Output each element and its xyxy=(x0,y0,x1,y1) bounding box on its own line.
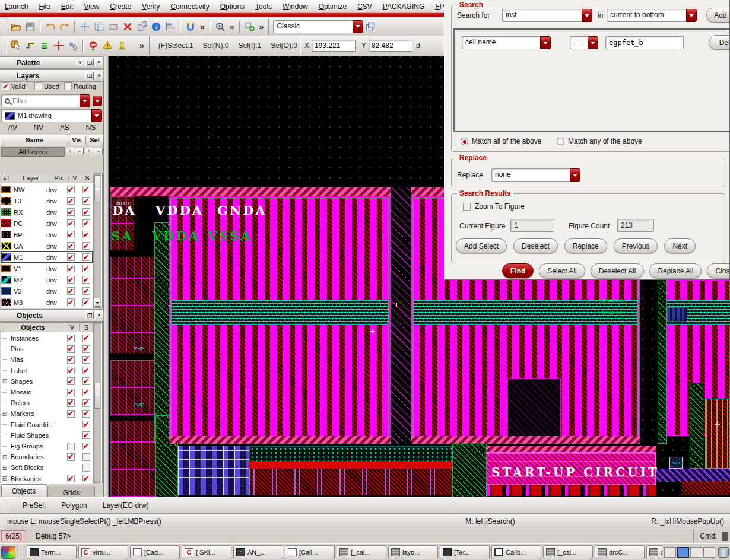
toolbar-overflow-chevron[interactable]: » xyxy=(198,22,207,31)
stretch-icon[interactable] xyxy=(106,20,120,34)
chevron-down-icon[interactable] xyxy=(540,36,551,49)
layer-row-v2[interactable]: V2drw✔✔ xyxy=(1,285,93,297)
scroll-down-icon[interactable]: ▼ xyxy=(94,298,100,307)
ns-button[interactable]: NS xyxy=(86,123,96,132)
replace-all-button[interactable]: Replace All xyxy=(649,263,702,278)
menu-launch[interactable]: Launch xyxy=(5,2,28,11)
add-select-button[interactable]: Add Select xyxy=(456,238,507,253)
object-v-checkbox[interactable]: ✔ xyxy=(67,335,75,342)
object-v-checkbox[interactable]: ✔ xyxy=(67,377,75,385)
layer-s-checkbox[interactable]: ✔ xyxy=(82,197,90,205)
object-s-checkbox[interactable]: ✔ xyxy=(82,367,90,374)
properties-icon[interactable]: i xyxy=(149,20,163,34)
current-figure-field[interactable] xyxy=(510,219,554,232)
pager-active-icon[interactable] xyxy=(677,547,689,558)
close-icon[interactable]: × xyxy=(95,311,103,319)
object-v-checkbox[interactable]: ✔ xyxy=(67,345,75,353)
as-button[interactable]: AS xyxy=(60,123,69,132)
menu-window[interactable]: Window xyxy=(283,2,308,11)
replace-combo[interactable]: none xyxy=(491,168,580,182)
deselect-button[interactable]: Deselect xyxy=(513,238,558,253)
nv-button[interactable]: NV xyxy=(34,123,44,132)
save-icon[interactable] xyxy=(23,20,37,34)
tab-objects[interactable]: Objects xyxy=(1,484,46,497)
chevron-down-icon[interactable] xyxy=(353,20,363,33)
layer-row-m1[interactable]: M1drw✔✔ xyxy=(1,252,93,263)
object-v-checkbox[interactable]: ✔ xyxy=(67,389,75,396)
object-s-checkbox[interactable]: ✔ xyxy=(82,475,90,482)
expand-icon[interactable]: ⊞ xyxy=(1,411,8,417)
taskbar-ski[interactable]: C[ SKI... xyxy=(182,545,231,559)
layer-v-checkbox[interactable]: ✔ xyxy=(67,186,75,193)
object-v-checkbox[interactable]: ✔ xyxy=(67,399,75,407)
menu-view[interactable]: View xyxy=(84,2,99,11)
float-icon[interactable]: ◫ xyxy=(85,72,94,79)
close-icon[interactable]: × xyxy=(95,59,103,66)
layer-s-checkbox[interactable]: ✔ xyxy=(82,276,90,284)
layers-window-icon[interactable] xyxy=(363,20,377,34)
object-row-rulers[interactable]: ┈Rulers✔✔ xyxy=(1,397,93,408)
match-any-radio[interactable]: Match any of the above xyxy=(557,137,642,145)
copy-icon[interactable] xyxy=(92,20,106,34)
toolbar-overflow-chevron[interactable]: » xyxy=(227,22,237,31)
layer-v-checkbox[interactable]: ✔ xyxy=(67,253,75,261)
object-v-checkbox[interactable]: ✔ xyxy=(67,453,75,461)
toolbar-overflow-chevron[interactable]: » xyxy=(257,22,266,31)
taskbar-layo[interactable]: layo... xyxy=(388,545,438,559)
close-icon[interactable]: × xyxy=(95,72,103,79)
cursor-select-icon[interactable] xyxy=(9,39,23,53)
delete-icon[interactable] xyxy=(120,20,135,34)
zoom-icon[interactable] xyxy=(213,20,227,34)
object-s-checkbox[interactable]: ✔ xyxy=(82,443,90,450)
taskbar-cali[interactable]: [Cali... xyxy=(285,545,335,559)
object-v-checkbox[interactable]: ✔ xyxy=(67,367,75,374)
chevron-down-icon[interactable] xyxy=(80,94,90,107)
layer-v-checkbox[interactable]: ✔ xyxy=(67,298,75,306)
layer-v-checkbox[interactable]: ✔ xyxy=(67,276,75,284)
pager-1-icon[interactable] xyxy=(664,547,676,558)
warning-icon[interactable]: ! xyxy=(100,39,115,53)
menu-connectivity[interactable]: Connectivity xyxy=(170,2,209,11)
layer-s-checkbox[interactable]: ✔ xyxy=(82,298,90,306)
taskbar-cal[interactable]: [_cal... xyxy=(543,545,593,559)
chevron-down-icon[interactable] xyxy=(582,9,592,22)
layer-row-m3[interactable]: M3drw✔✔ xyxy=(1,297,93,308)
layer-s-checkbox[interactable]: ✔ xyxy=(82,242,90,250)
search-for-combo[interactable]: inst xyxy=(502,9,592,22)
layer-v-checkbox[interactable]: ✔ xyxy=(67,287,75,295)
statusbar-grip[interactable] xyxy=(1,499,5,512)
crosshair-icon[interactable] xyxy=(52,39,66,53)
layer-s-checkbox[interactable]: ✔ xyxy=(82,287,90,295)
palette-titlebar[interactable]: Palette ? ◫ × xyxy=(0,56,104,69)
refresh-icon[interactable] xyxy=(183,20,198,34)
object-row-vias[interactable]: ┈Vias✔✔ xyxy=(1,354,93,365)
statusbar-grip[interactable] xyxy=(1,515,5,527)
redo-icon[interactable] xyxy=(58,20,72,34)
delete-criteria-button[interactable]: Delete xyxy=(709,35,730,50)
chevron-down-icon[interactable] xyxy=(91,109,102,122)
chevron-down-icon[interactable] xyxy=(588,36,598,49)
layer-s-checkbox[interactable]: ✔ xyxy=(82,253,90,261)
layer-row-rx[interactable]: RXdrw✔✔ xyxy=(1,206,93,218)
taskbar-an[interactable]: ∴AN_... xyxy=(233,545,283,559)
criteria-value-input[interactable] xyxy=(605,36,684,49)
layer-row-nw[interactable]: NWdrw✔✔ xyxy=(1,184,93,195)
menu-file[interactable]: File xyxy=(39,2,50,11)
scope-combo[interactable]: current to bottom xyxy=(607,9,697,22)
object-s-checkbox[interactable]: ✔ xyxy=(82,399,90,407)
object-s-checkbox[interactable]: ✔ xyxy=(82,464,90,472)
ruler-lamp-icon[interactable] xyxy=(115,39,129,53)
object-s-checkbox[interactable]: ✔ xyxy=(82,453,90,461)
cmd-input[interactable] xyxy=(722,532,728,541)
object-row-shapes[interactable]: ⊞Shapes✔✔ xyxy=(1,376,93,387)
previous-button[interactable]: Previous xyxy=(614,238,658,253)
valid-checkbox[interactable]: ✔Valid xyxy=(2,82,26,90)
all-sel-plus-button[interactable]: + xyxy=(85,148,93,155)
toolbar-grip[interactable] xyxy=(3,37,7,55)
align-icon[interactable] xyxy=(163,20,177,34)
object-s-checkbox[interactable]: ✔ xyxy=(82,389,90,396)
menu-verify[interactable]: Verify xyxy=(142,2,160,11)
layer-v-checkbox[interactable]: ✔ xyxy=(67,242,75,250)
layer-scrollbar[interactable]: ▼ xyxy=(93,173,101,308)
menu-optimize[interactable]: Optimize xyxy=(319,2,347,11)
